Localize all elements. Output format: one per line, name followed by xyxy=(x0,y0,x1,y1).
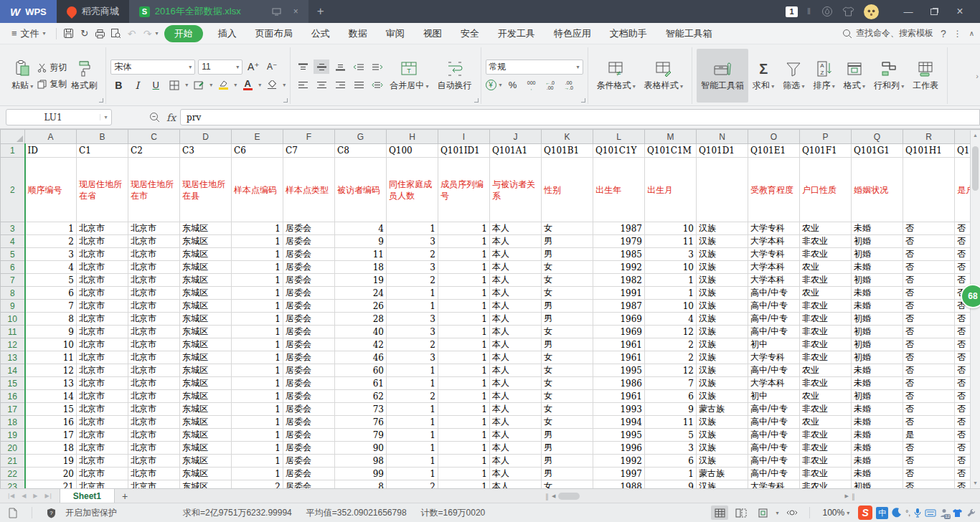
increase-font-button[interactable]: A⁺ xyxy=(245,60,261,74)
settings-wrench-icon[interactable] xyxy=(966,508,976,518)
cell[interactable]: 北京市 xyxy=(77,261,128,274)
cell[interactable]: 1992 xyxy=(593,455,645,468)
cell[interactable]: 同住家庭成员人数 xyxy=(387,158,438,222)
cell[interactable]: 1 xyxy=(438,222,490,235)
cell[interactable]: 汉族 xyxy=(697,416,748,429)
cell[interactable]: 否 xyxy=(903,468,955,480)
distribute-button[interactable] xyxy=(369,77,385,92)
cell[interactable]: 高中/中专 xyxy=(748,429,800,442)
cell[interactable] xyxy=(697,158,748,222)
cell[interactable]: 北京市 xyxy=(77,351,128,364)
cell[interactable]: 汉族 xyxy=(697,338,748,351)
cell[interactable]: C3 xyxy=(180,144,232,158)
cell[interactable]: 北京市 xyxy=(77,364,128,377)
merge-center-button[interactable]: T 合并居中 ▾ xyxy=(385,49,433,103)
cell[interactable]: 否 xyxy=(903,313,955,326)
tab-page-layout[interactable]: 页面布局 xyxy=(247,25,301,42)
reading-mode-button[interactable] xyxy=(783,506,801,520)
cell[interactable]: 非农业 xyxy=(800,455,852,468)
cell[interactable]: 东城区 xyxy=(180,390,232,403)
add-sheet-button[interactable]: + xyxy=(115,489,135,503)
punctuation-icon[interactable]: °, xyxy=(905,509,910,517)
page-layout-view-button[interactable] xyxy=(754,506,771,520)
cell[interactable]: 1 xyxy=(387,468,438,480)
cell[interactable]: 未婚 xyxy=(852,403,903,416)
cell[interactable]: 6 xyxy=(645,455,697,468)
increase-decimal-button[interactable]: ←.0.00 xyxy=(542,78,558,92)
cell[interactable]: 高中/中专 xyxy=(748,468,800,480)
column-header-R[interactable]: R xyxy=(903,130,955,144)
cell[interactable]: 汉族 xyxy=(697,274,748,287)
cell[interactable]: 14 xyxy=(25,390,77,403)
cell[interactable]: 1 xyxy=(645,287,697,300)
cell[interactable]: 11 xyxy=(25,351,77,364)
keyboard-icon[interactable] xyxy=(925,509,936,517)
mobile-view-icon[interactable] xyxy=(272,8,281,16)
scroll-right-icon[interactable]: ▶ xyxy=(845,493,849,499)
cell[interactable]: 东城区 xyxy=(180,351,232,364)
fill-dropdown-icon[interactable]: ▾ xyxy=(209,82,212,88)
cell[interactable]: 2 xyxy=(387,338,438,351)
undo-button[interactable]: ↶ xyxy=(124,27,140,41)
font-color-button[interactable]: A xyxy=(240,78,255,92)
cell[interactable]: 男 xyxy=(542,455,593,468)
cell[interactable]: 居委会 xyxy=(283,377,335,390)
cell[interactable]: 本人 xyxy=(490,248,542,261)
cell[interactable]: 与被访者关系 xyxy=(490,158,542,222)
cell[interactable]: 1987 xyxy=(593,222,645,235)
row-header-11[interactable]: 11 xyxy=(1,326,25,338)
cell[interactable]: 否 xyxy=(903,403,955,416)
cell[interactable]: 北京市 xyxy=(128,274,180,287)
cell[interactable]: 本人 xyxy=(490,313,542,326)
cell[interactable]: 东城区 xyxy=(180,326,232,338)
cell[interactable]: 东城区 xyxy=(180,248,232,261)
cell[interactable]: 北京市 xyxy=(77,442,128,455)
cell[interactable]: 1 xyxy=(438,468,490,480)
cell[interactable]: 东城区 xyxy=(180,274,232,287)
cell[interactable]: 男 xyxy=(542,248,593,261)
zoom-search-icon[interactable] xyxy=(146,110,162,125)
font-size-select[interactable]: 11▾ xyxy=(198,60,242,75)
cell[interactable]: 2 xyxy=(645,338,697,351)
cell[interactable]: 大学专科 xyxy=(748,480,800,489)
cell[interactable]: 汉族 xyxy=(697,222,748,235)
tab-review[interactable]: 审阅 xyxy=(377,25,413,42)
cell[interactable]: 汉族 xyxy=(697,261,748,274)
cell[interactable]: 高中/中专 xyxy=(748,364,800,377)
row-header-2[interactable]: 2 xyxy=(1,158,25,222)
cell[interactable]: 女 xyxy=(542,261,593,274)
cell[interactable]: 73 xyxy=(335,403,387,416)
cell[interactable]: 1961 xyxy=(593,338,645,351)
cell[interactable]: Q100 xyxy=(387,144,438,158)
cell[interactable]: 19 xyxy=(335,274,387,287)
cell[interactable]: 女 xyxy=(542,480,593,489)
cell[interactable]: 本人 xyxy=(490,274,542,287)
row-header-19[interactable]: 19 xyxy=(1,429,25,442)
cell[interactable]: 居委会 xyxy=(283,313,335,326)
column-header-G[interactable]: G xyxy=(335,130,387,144)
cell[interactable]: 男 xyxy=(542,313,593,326)
table-style-button[interactable]: 表格样式 ▾ xyxy=(640,49,687,103)
decrease-font-button[interactable]: A⁻ xyxy=(264,60,280,74)
cell[interactable]: 本人 xyxy=(490,429,542,442)
tab-special-apps[interactable]: 特色应用 xyxy=(545,25,600,42)
cell[interactable]: 男 xyxy=(542,300,593,313)
cell[interactable]: 北京市 xyxy=(128,377,180,390)
cell[interactable]: 13 xyxy=(25,377,77,390)
cell[interactable]: 否 xyxy=(903,287,955,300)
row-header-16[interactable]: 16 xyxy=(1,390,25,403)
cell[interactable]: 1995 xyxy=(593,364,645,377)
scroll-down-icon[interactable]: ▼ xyxy=(971,478,980,488)
cell[interactable]: C2 xyxy=(128,144,180,158)
cell[interactable]: 居委会 xyxy=(283,300,335,313)
cell[interactable]: 居委会 xyxy=(283,338,335,351)
cell[interactable]: 本人 xyxy=(490,468,542,480)
cell[interactable]: 北京市 xyxy=(128,300,180,313)
cell[interactable]: 高中/中专 xyxy=(748,313,800,326)
cell[interactable]: 北京市 xyxy=(128,326,180,338)
row-header-10[interactable]: 10 xyxy=(1,313,25,326)
horizontal-scroll-thumb[interactable] xyxy=(558,493,580,500)
bold-button[interactable]: B xyxy=(110,78,126,92)
cell[interactable]: 6 xyxy=(645,390,697,403)
cell[interactable]: 1982 xyxy=(593,274,645,287)
